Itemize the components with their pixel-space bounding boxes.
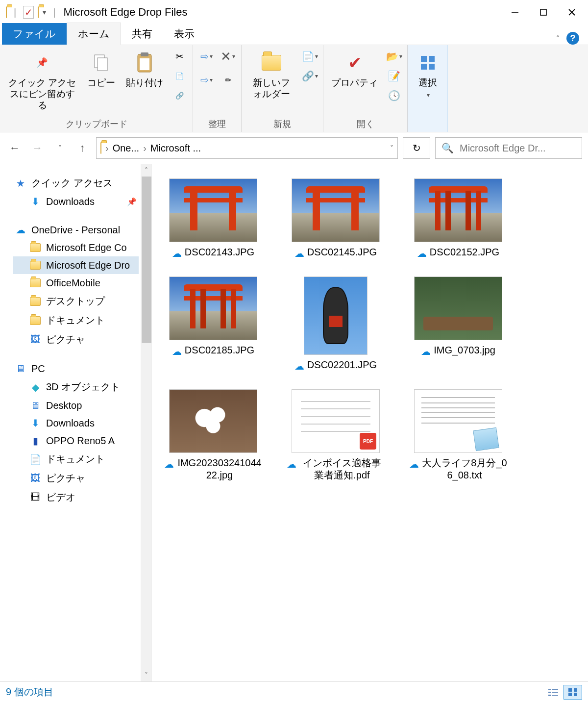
file-thumbnail — [414, 389, 502, 453]
address-bar[interactable]: › One... › Microsoft ... ˅ — [96, 137, 398, 159]
thumbnails-view-button[interactable] — [564, 685, 582, 700]
new-folder-label: 新しいフォルダー — [249, 77, 294, 100]
tree-downloads2[interactable]: ⬇Downloads — [13, 414, 139, 432]
maximize-button[interactable] — [529, 2, 558, 22]
edit-button[interactable]: 📝 — [385, 68, 403, 84]
file-name: DSC02145.JPG — [307, 246, 377, 258]
refresh-button[interactable]: ↻ — [403, 137, 430, 159]
tab-home[interactable]: ホーム — [67, 23, 121, 45]
folder-icon — [29, 296, 41, 307]
tree-onedrive[interactable]: ☁OneDrive - Personal — [13, 221, 139, 239]
tree-videos-j[interactable]: 🎞ビデオ — [13, 488, 139, 507]
svg-rect-11 — [421, 64, 427, 70]
minimize-button[interactable] — [501, 2, 529, 22]
file-caption: ☁大人ライフ8月分_06_08.txt — [409, 457, 507, 481]
delete-button[interactable]: ✕▾ — [219, 48, 237, 65]
new-item-button[interactable]: 📄▾ — [300, 48, 319, 65]
history-button[interactable]: 🕓 — [385, 87, 403, 104]
content-pane: ☁DSC02143.JPG☁DSC02145.JPG☁DSC02152.JPG☁… — [152, 164, 588, 681]
nav-scrollbar[interactable]: ˄ ˅ — [141, 164, 151, 681]
tree-label: ピクチャ — [46, 333, 85, 346]
breadcrumb-1[interactable]: One... — [113, 143, 139, 154]
tab-share[interactable]: 共有 — [121, 23, 163, 45]
file-item[interactable]: ☁IMG_0703.jpg — [407, 276, 510, 373]
tree-desktop-j[interactable]: デスクトップ — [13, 292, 139, 311]
tree-label: 3D オブジェクト — [46, 380, 120, 394]
forward-button[interactable]: → — [28, 139, 46, 157]
search-box[interactable]: 🔍 Microsoft Edge Dr... — [435, 137, 582, 159]
tab-view[interactable]: 表示 — [163, 23, 205, 45]
breadcrumb-2[interactable]: Microsoft ... — [150, 143, 201, 154]
ribbon-collapse[interactable]: ˄ — [556, 34, 560, 42]
up-button[interactable]: ↑ — [74, 139, 91, 157]
tree-quick-access[interactable]: ★クイック アクセス — [13, 174, 139, 193]
group-open-label: 開く — [357, 116, 374, 131]
tree-label: ビデオ — [46, 491, 75, 504]
help-icon[interactable]: ? — [566, 32, 579, 45]
scroll-up-icon[interactable]: ˄ — [141, 165, 151, 176]
file-item[interactable]: ☁DSC02185.JPG — [162, 276, 265, 373]
tree-desktop[interactable]: 🖥Desktop — [13, 397, 139, 414]
cut-button[interactable]: ✂ — [170, 48, 189, 65]
folder-icon — [29, 315, 41, 326]
tab-file[interactable]: ファイル — [2, 23, 67, 45]
file-item[interactable]: ☁DSC02152.JPG — [407, 178, 510, 260]
tree-3d[interactable]: ◆3D オブジェクト — [13, 377, 139, 397]
paste-shortcut-button[interactable]: 🔗 — [170, 87, 189, 104]
tree-pictures-j[interactable]: 🖼ピクチャ — [13, 330, 139, 349]
scroll-thumb[interactable] — [142, 176, 152, 343]
select-button[interactable]: 選択 ▾ — [412, 48, 443, 101]
paste-button[interactable]: 貼り付け — [122, 48, 167, 92]
qat-newfolder-icon[interactable] — [38, 7, 39, 18]
file-caption: ☁DSC02143.JPG — [172, 246, 254, 260]
paste-label: 貼り付け — [126, 77, 163, 89]
move-to-button[interactable]: ⇨▾ — [197, 48, 216, 65]
qat-customize[interactable]: ▾ — [43, 8, 46, 16]
file-item[interactable]: ☁DSC02143.JPG — [162, 178, 265, 260]
file-item[interactable]: ☁DSC02201.JPG — [284, 276, 387, 373]
star-icon: ★ — [15, 177, 26, 189]
details-view-button[interactable] — [544, 685, 563, 700]
back-button[interactable]: ← — [6, 139, 24, 157]
properties-icon: ✔ — [343, 51, 367, 75]
tree-pictures-j2[interactable]: 🖼ピクチャ — [13, 469, 139, 488]
qat-sep: | — [14, 7, 16, 18]
open-button[interactable]: 📂▾ — [385, 48, 403, 65]
file-item[interactable]: ☁DSC02145.JPG — [284, 178, 387, 260]
tree-edge-drop[interactable]: Microsoft Edge Dro — [13, 256, 139, 274]
copy-to-button[interactable]: ⇨▾ — [197, 72, 216, 88]
tree-documents-j[interactable]: ドキュメント — [13, 311, 139, 330]
copy-button[interactable]: コピー — [83, 48, 119, 92]
download-icon: ⬇ — [29, 196, 41, 207]
svg-rect-20 — [574, 688, 577, 692]
tree-documents-j2[interactable]: 📄ドキュメント — [13, 450, 139, 469]
file-thumbnail — [169, 178, 257, 242]
address-dropdown[interactable]: ˅ — [390, 144, 393, 152]
tree-downloads[interactable]: ⬇Downloads📌 — [13, 193, 139, 210]
file-item[interactable]: ☁大人ライフ8月分_06_08.txt — [407, 389, 510, 481]
scroll-down-icon[interactable]: ˅ — [141, 670, 151, 680]
folder-icon — [29, 242, 41, 253]
group-new: 新しいフォルダー 📄▾ 🔗▾ 新規 — [242, 45, 323, 132]
file-item[interactable]: PDF☁インボイス適格事業者通知.pdf — [284, 389, 387, 481]
easy-access-button[interactable]: 🔗▾ — [300, 68, 319, 84]
close-button[interactable] — [558, 2, 586, 22]
qat-properties-icon[interactable]: ✓ — [23, 6, 34, 19]
properties-button[interactable]: ✔ プロパティ — [327, 48, 382, 92]
ribbon-tabs: ファイル ホーム 共有 表示 ˄ ? — [0, 25, 588, 45]
rename-button[interactable]: ✏ — [219, 72, 237, 88]
documents-icon: 📄 — [29, 453, 41, 465]
tree-pc[interactable]: 🖥PC — [13, 360, 139, 377]
recent-locations-button[interactable]: ˅ — [51, 139, 69, 157]
pictures-icon: 🖼 — [29, 334, 41, 346]
svg-rect-22 — [574, 693, 577, 696]
pin-to-quick-access-button[interactable]: 📌 クイック アクセスにピン留めする — [4, 48, 80, 114]
tree-officemobile[interactable]: OfficeMobile — [13, 274, 139, 292]
file-item[interactable]: ☁IMG20230324104422.jpg — [162, 389, 265, 481]
copy-path-button[interactable]: 📄 — [170, 68, 189, 84]
new-folder-button[interactable]: 新しいフォルダー — [245, 48, 297, 103]
file-thumbnail — [304, 276, 368, 355]
tree-oppo[interactable]: ▮OPPO Reno5 A — [13, 432, 139, 450]
file-name: DSC02152.JPG — [430, 246, 499, 258]
tree-edge-co[interactable]: Microsoft Edge Co — [13, 239, 139, 256]
